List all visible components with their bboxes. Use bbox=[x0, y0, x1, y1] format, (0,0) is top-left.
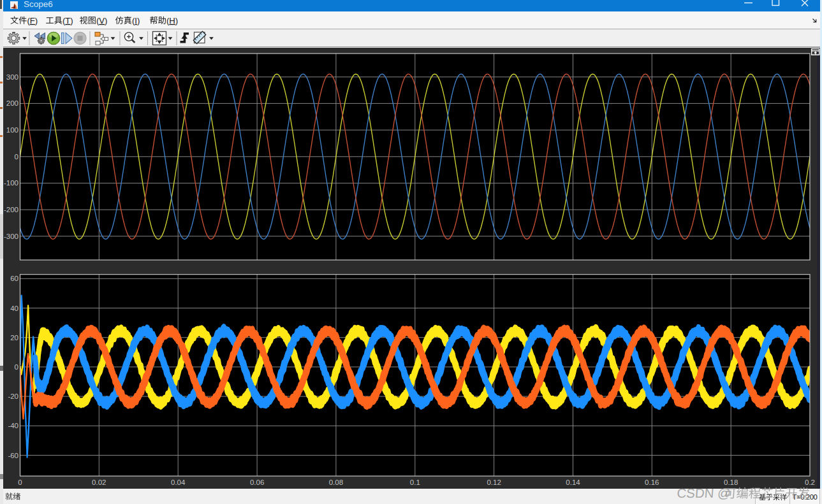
svg-text:(F): (F) bbox=[27, 16, 38, 25]
svg-text:CSDN @: CSDN @ bbox=[677, 486, 731, 500]
svg-text:(I): (I) bbox=[132, 16, 140, 25]
svg-text:T=0.200: T=0.200 bbox=[793, 493, 818, 501]
svg-text:(V): (V) bbox=[96, 16, 108, 25]
svg-text:(H): (H) bbox=[166, 16, 178, 25]
svg-text:(T): (T) bbox=[62, 16, 73, 25]
